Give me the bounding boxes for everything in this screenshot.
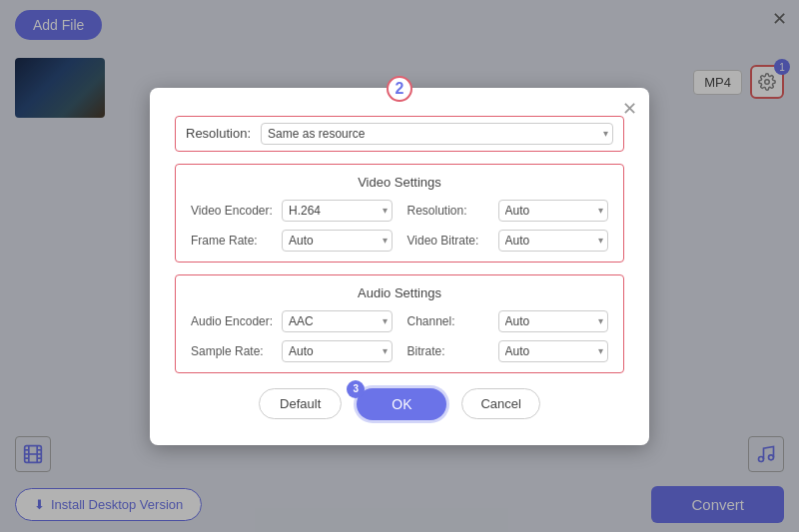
channel-row: Channel: Auto bbox=[407, 310, 609, 332]
video-encoder-select[interactable]: H.264 H.265 bbox=[282, 200, 393, 222]
resolution-right-select-wrapper[interactable]: Auto bbox=[498, 200, 609, 222]
channel-label: Channel: bbox=[407, 314, 492, 328]
bitrate-select[interactable]: Auto bbox=[498, 340, 609, 362]
resolution-select[interactable]: Same as resource 1920x1080 1280x720 bbox=[261, 123, 613, 145]
audio-encoder-select-wrapper[interactable]: AAC MP3 bbox=[282, 310, 393, 332]
modal-close-button[interactable]: ✕ bbox=[622, 98, 637, 120]
settings-modal: 2 ✕ Resolution: Same as resource 1920x10… bbox=[150, 88, 649, 445]
video-settings-grid: Video Encoder: H.264 H.265 Resolution: bbox=[191, 200, 608, 252]
channel-select[interactable]: Auto bbox=[498, 310, 609, 332]
ok-button[interactable]: OK bbox=[357, 388, 446, 420]
frame-rate-label: Frame Rate: bbox=[191, 234, 276, 248]
video-bitrate-select-wrapper[interactable]: Auto bbox=[498, 230, 609, 252]
resolution-label: Resolution: bbox=[186, 126, 251, 141]
modal-number-badge: 2 bbox=[387, 76, 412, 102]
video-bitrate-select[interactable]: Auto bbox=[498, 230, 609, 252]
audio-encoder-label: Audio Encoder: bbox=[191, 314, 276, 328]
resolution-right-label: Resolution: bbox=[407, 204, 492, 218]
audio-settings-grid: Audio Encoder: AAC MP3 Channel: A bbox=[191, 310, 608, 362]
bitrate-select-wrapper[interactable]: Auto bbox=[498, 340, 609, 362]
default-button[interactable]: Default bbox=[259, 388, 342, 419]
resolution-select-wrapper[interactable]: Same as resource 1920x1080 1280x720 bbox=[261, 123, 613, 145]
modal-overlay: 2 ✕ Resolution: Same as resource 1920x10… bbox=[0, 0, 799, 532]
video-bitrate-row: Video Bitrate: Auto bbox=[407, 230, 609, 252]
ok-wrapper: 3 OK bbox=[357, 388, 446, 420]
resolution-right-select[interactable]: Auto bbox=[498, 200, 609, 222]
sample-rate-label: Sample Rate: bbox=[191, 344, 276, 358]
audio-encoder-row: Audio Encoder: AAC MP3 bbox=[191, 310, 393, 332]
ok-number-badge: 3 bbox=[347, 380, 365, 398]
channel-select-wrapper[interactable]: Auto bbox=[498, 310, 609, 332]
cancel-button[interactable]: Cancel bbox=[461, 388, 539, 419]
sample-rate-select-wrapper[interactable]: Auto bbox=[282, 340, 393, 362]
audio-settings-title: Audio Settings bbox=[191, 285, 608, 300]
sample-rate-row: Sample Rate: Auto bbox=[191, 340, 393, 362]
audio-settings-section: Audio Settings Audio Encoder: AAC MP3 Ch… bbox=[175, 274, 624, 373]
video-settings-title: Video Settings bbox=[191, 175, 608, 190]
video-encoder-select-wrapper[interactable]: H.264 H.265 bbox=[282, 200, 393, 222]
video-bitrate-label: Video Bitrate: bbox=[407, 234, 492, 248]
video-settings-section: Video Settings Video Encoder: H.264 H.26… bbox=[175, 164, 624, 263]
bitrate-label: Bitrate: bbox=[407, 344, 492, 358]
frame-rate-select-wrapper[interactable]: Auto bbox=[282, 230, 393, 252]
frame-rate-select[interactable]: Auto bbox=[282, 230, 393, 252]
audio-encoder-select[interactable]: AAC MP3 bbox=[282, 310, 393, 332]
resolution-right-row: Resolution: Auto bbox=[407, 200, 609, 222]
frame-rate-row: Frame Rate: Auto bbox=[191, 230, 393, 252]
bitrate-row: Bitrate: Auto bbox=[407, 340, 609, 362]
sample-rate-select[interactable]: Auto bbox=[282, 340, 393, 362]
video-encoder-label: Video Encoder: bbox=[191, 204, 276, 218]
modal-actions: Default 3 OK Cancel bbox=[175, 388, 624, 420]
video-encoder-row: Video Encoder: H.264 H.265 bbox=[191, 200, 393, 222]
main-background: Add File ✕ MP4 1 bbox=[0, 0, 799, 532]
resolution-row: Resolution: Same as resource 1920x1080 1… bbox=[175, 116, 624, 152]
